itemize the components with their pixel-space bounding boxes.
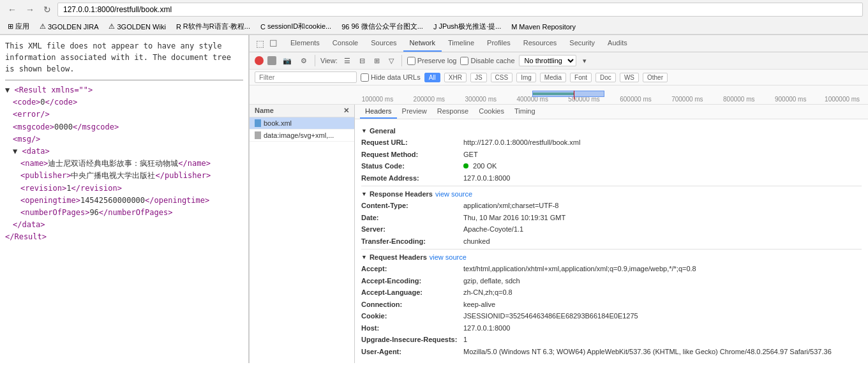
preserve-log-label[interactable]: Preserve log — [407, 57, 457, 65]
xml-line: <numberOfPages>96</numberOfPages> — [20, 207, 243, 219]
date-key: Date: — [361, 212, 463, 223]
response-headers-section-header: Response Headers view source — [361, 190, 862, 198]
filter-button[interactable]: ⚙ — [298, 56, 310, 66]
connection-row: Connection: keep-alive — [361, 299, 862, 310]
server-key: Server: — [361, 224, 463, 235]
tab-audits[interactable]: Audits — [601, 35, 634, 52]
timeline-blue-bar — [532, 91, 604, 97]
tab-resources[interactable]: Resources — [517, 35, 564, 52]
hide-data-urls-label[interactable]: Hide data URLs — [361, 73, 421, 82]
throttle-select[interactable]: No throttling — [519, 55, 576, 66]
cookie-row: Cookie: JSESSIONID=352546463486EE68293B6… — [361, 311, 862, 322]
x-column-header: ✕ — [343, 107, 349, 115]
bookmark-jpush[interactable]: J JPush极光推送·提... — [431, 20, 504, 33]
hide-data-urls-checkbox[interactable] — [361, 73, 369, 82]
file-name-bookxml: book.xml — [264, 119, 349, 127]
filter-font[interactable]: Font — [570, 73, 592, 82]
nav-bar: ← → ↻ — [0, 0, 868, 19]
server-value: Apache-Coyote/1.1 — [463, 224, 523, 235]
preserve-log-checkbox[interactable] — [407, 57, 415, 65]
timeline-bar-area — [352, 91, 868, 100]
devtools-panel: ⬚ ☐ Elements Console Sources Network Tim… — [249, 35, 868, 363]
tab-network[interactable]: Network — [403, 35, 442, 52]
camera-button[interactable]: 📷 — [280, 56, 294, 66]
xml-line: <code>0</code> — [13, 96, 243, 108]
date-row: Date: Thu, 10 Mar 2016 10:19:31 GMT — [361, 212, 862, 223]
disable-cache-label[interactable]: Disable cache — [460, 57, 514, 65]
filter-ws[interactable]: WS — [620, 73, 639, 82]
tab-elements[interactable]: Elements — [284, 35, 326, 52]
throttle-arrow[interactable]: ▾ — [580, 56, 589, 66]
file-item-svg[interactable]: data:image/svg+xml,... — [250, 130, 354, 142]
back-button[interactable]: ← — [5, 3, 19, 16]
section-divider-2 — [361, 249, 862, 250]
cookie-value: JSESSIONID=352546463486EE68293B66184E0E1… — [463, 311, 638, 322]
filter-img[interactable]: Img — [516, 73, 536, 82]
tab-console[interactable]: Console — [326, 35, 364, 52]
detail-tab-response[interactable]: Response — [432, 105, 474, 119]
filter-bar: Hide data URLs All XHR JS CSS Img Media … — [250, 70, 868, 86]
filter-input[interactable] — [255, 71, 357, 83]
filter-media[interactable]: Media — [540, 73, 566, 82]
xml-line: </data> — [13, 219, 243, 231]
devtools-tabs: ⬚ ☐ Elements Console Sources Network Tim… — [250, 35, 868, 52]
detail-tab-timing[interactable]: Timing — [509, 105, 541, 119]
timeline-cursor-line — [574, 91, 574, 100]
detail-tab-headers[interactable]: Headers — [360, 105, 397, 119]
address-bar[interactable] — [57, 3, 863, 17]
filter-doc[interactable]: Doc — [595, 73, 616, 82]
detail-tab-preview[interactable]: Preview — [397, 105, 432, 119]
bookmark-r[interactable]: R R软件与R语言·教程... — [174, 20, 253, 33]
response-view-source-link[interactable]: view source — [435, 190, 472, 198]
bookmark-session[interactable]: C sessionID和cookie... — [258, 20, 334, 33]
xml-line: </Result> — [5, 231, 243, 243]
request-url-key: Request URL: — [361, 137, 463, 148]
xml-line: <publisher>中央广播电视大学出版社</publisher> — [20, 170, 243, 182]
view-large-button[interactable]: ⊟ — [357, 56, 368, 66]
bookmark-maven[interactable]: M Maven Repository — [509, 22, 578, 32]
filter-css[interactable]: CSS — [491, 73, 513, 82]
file-list-header: Name ✕ — [250, 105, 354, 117]
tab-sources[interactable]: Sources — [364, 35, 403, 52]
host-row: Host: 127.0.0.1:8000 — [361, 323, 862, 334]
xml-line: ▼ <data> — [13, 145, 243, 158]
tab-profiles[interactable]: Profiles — [481, 35, 517, 52]
status-ok-indicator — [463, 163, 468, 168]
accept-encoding-value: gzip, deflate, sdch — [463, 276, 520, 287]
filter-js[interactable]: JS — [470, 73, 487, 82]
bookmark-apps[interactable]: ⊞ 应用 — [5, 20, 32, 33]
record-button[interactable] — [255, 56, 264, 65]
request-url-value: http://127.0.0.1:8000/restfull/book.xml — [463, 137, 580, 148]
xml-triangle[interactable]: ▼ — [5, 86, 10, 94]
tab-security[interactable]: Security — [563, 35, 601, 52]
forward-button[interactable]: → — [23, 3, 37, 16]
filter-other[interactable]: Other — [643, 73, 668, 82]
view-label: View: — [320, 57, 338, 64]
view-group-button[interactable]: ⊞ — [371, 56, 382, 66]
view-filter-button[interactable]: ▽ — [386, 56, 396, 66]
detail-tab-cookies[interactable]: Cookies — [474, 105, 509, 119]
bookmark-wx[interactable]: 96 96 微信公众平台图文... — [339, 20, 426, 33]
request-view-source-link[interactable]: view source — [430, 253, 467, 261]
status-code-value: 200 OK — [463, 161, 497, 172]
filter-xhr[interactable]: XHR — [444, 73, 467, 82]
main-layout: This XML file does not appear to have an… — [0, 35, 868, 363]
connection-value: keep-alive — [463, 299, 495, 310]
xml-line: <error/> — [13, 108, 243, 121]
bookmark-jira[interactable]: ⚠ 3GOLDEN JIRA — [37, 21, 101, 32]
inspect-icon[interactable]: ⬚ — [255, 37, 266, 50]
toolbar-separator-2 — [401, 55, 402, 66]
xml-description: This XML file does not appear to have an… — [5, 40, 243, 75]
filter-all[interactable]: All — [424, 73, 440, 82]
request-headers-section-header: Request Headers view source — [361, 253, 862, 261]
xml-triangle[interactable]: ▼ — [13, 147, 17, 156]
view-list-button[interactable]: ☰ — [341, 56, 353, 66]
status-code-key: Status Code: — [361, 161, 463, 172]
tab-timeline[interactable]: Timeline — [442, 35, 481, 52]
device-icon[interactable]: ☐ — [268, 37, 279, 50]
stop-button[interactable] — [267, 56, 276, 65]
file-item-bookxml[interactable]: book.xml — [250, 117, 354, 130]
bookmark-wiki[interactable]: ⚠ 3GOLDEN Wiki — [106, 21, 168, 32]
disable-cache-checkbox[interactable] — [460, 57, 468, 65]
reload-button[interactable]: ↻ — [41, 3, 54, 16]
